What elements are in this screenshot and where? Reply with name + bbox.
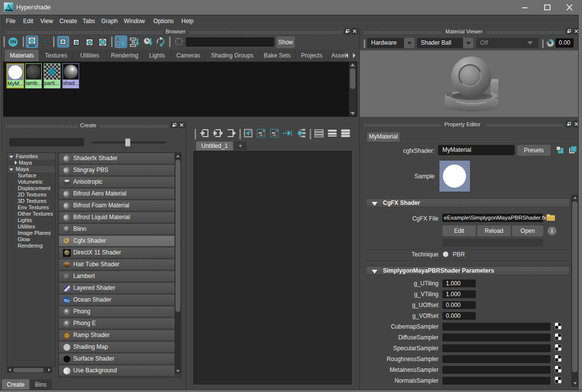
svg-text:Z: Z bbox=[116, 42, 119, 48]
svg-text:A: A bbox=[116, 36, 120, 42]
